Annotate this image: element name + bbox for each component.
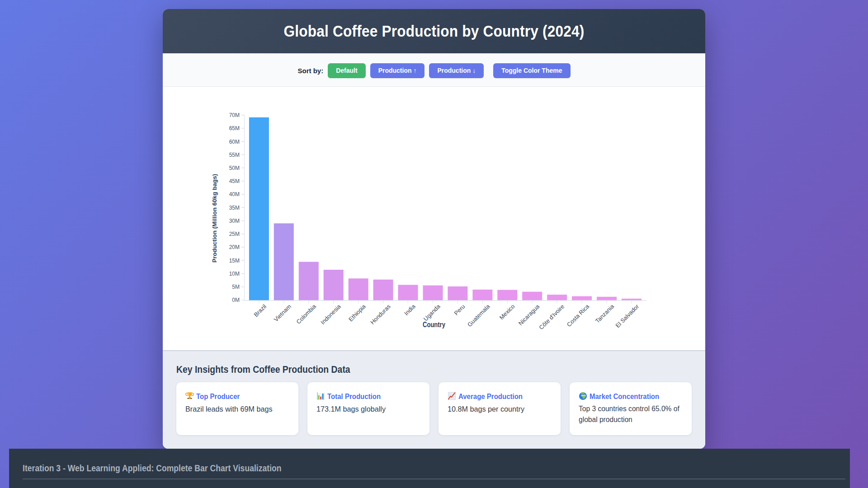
svg-text:Brazil: Brazil [252,303,268,318]
svg-text:40M: 40M [229,191,240,197]
svg-text:Côte d'Ivoire: Côte d'Ivoire [538,303,566,331]
svg-text:Mexico: Mexico [498,303,516,321]
svg-text:Country: Country [423,321,445,328]
svg-text:Nicaragua: Nicaragua [517,303,541,327]
svg-text:60M: 60M [229,139,240,145]
svg-text:45M: 45M [229,178,240,184]
svg-text:Costa Rica: Costa Rica [566,303,591,328]
svg-text:Peru: Peru [453,303,466,317]
svg-text:Production (Million 60kg bags): Production (Million 60kg bags) [211,174,218,263]
svg-text:Guatemala: Guatemala [466,303,491,328]
svg-text:Colombia: Colombia [295,303,317,325]
svg-text:10M: 10M [229,271,240,277]
svg-text:India: India [403,303,417,317]
svg-text:65M: 65M [229,125,240,131]
svg-text:Tanzania: Tanzania [594,303,616,324]
svg-text:Ethiopia: Ethiopia [347,303,367,323]
svg-text:15M: 15M [229,258,240,264]
svg-text:55M: 55M [229,152,240,158]
svg-text:Vietnam: Vietnam [273,303,292,323]
svg-text:El Salvador: El Salvador [614,303,641,329]
svg-text:Honduras: Honduras [369,303,392,326]
svg-text:30M: 30M [229,218,240,224]
svg-text:25M: 25M [229,231,240,237]
svg-text:50M: 50M [229,165,240,171]
svg-text:5M: 5M [232,284,240,290]
svg-text:70M: 70M [229,112,240,118]
svg-text:Uganda: Uganda [422,303,442,322]
svg-text:0M: 0M [232,297,240,303]
svg-text:35M: 35M [229,205,240,211]
svg-text:20M: 20M [229,244,240,250]
svg-text:Indonesia: Indonesia [319,303,342,326]
